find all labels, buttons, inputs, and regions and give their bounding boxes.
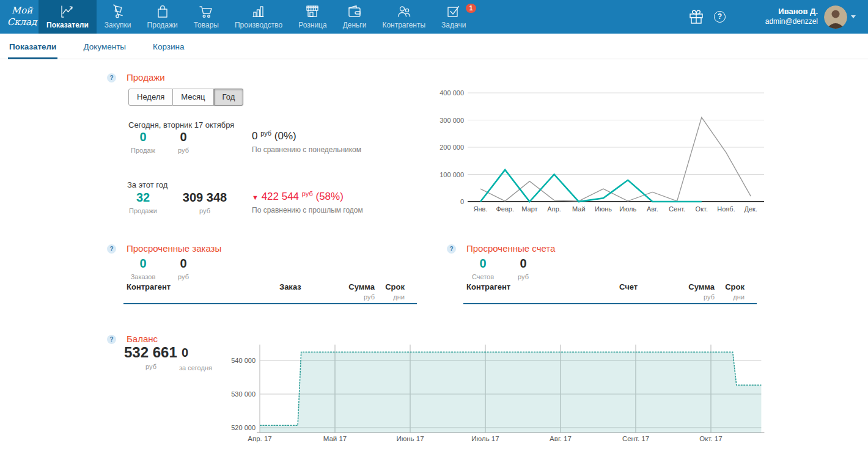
today-sales-amount: 0 руб <box>166 130 200 154</box>
year-delta-pct: (58%) <box>315 191 343 202</box>
overdue-invoices-amount-label: руб <box>506 273 540 280</box>
column-header: Суммаруб <box>348 282 375 301</box>
year-sales-amount-value: 309 348 <box>174 191 235 204</box>
tab-1[interactable]: Документы <box>82 34 127 59</box>
overdue-orders-amount-value: 0 <box>166 257 200 270</box>
balance-title: Баланс <box>127 334 158 344</box>
svg-text:Май: Май <box>572 205 586 213</box>
svg-text:540 000: 540 000 <box>231 357 256 364</box>
nav-item-label: Производство <box>235 21 282 29</box>
app-logo[interactable]: Мой Склад <box>5 5 39 28</box>
year-sales-count-value: 32 <box>127 191 159 204</box>
overdue-invoices-amount-value: 0 <box>506 257 540 270</box>
today-heading: Сегодня, вторник 17 октября <box>128 120 234 130</box>
nav-item-5[interactable]: Розница <box>290 0 334 34</box>
bag-icon <box>155 4 171 20</box>
svg-text:Июнь 17: Июнь 17 <box>396 435 424 442</box>
tasks-badge: 1 <box>466 4 477 13</box>
cart-icon <box>198 4 214 20</box>
svg-text:100 000: 100 000 <box>440 171 464 178</box>
year-sales-count: 32 Продажи <box>127 191 159 214</box>
nav-item-8[interactable]: Задачи1 <box>433 0 474 34</box>
store-icon <box>304 4 320 20</box>
svg-text:200 000: 200 000 <box>440 144 464 151</box>
svg-text:300 000: 300 000 <box>440 117 464 124</box>
user-email: admin@denzzel <box>765 16 818 26</box>
svg-text:Окт. 17: Окт. 17 <box>699 435 722 442</box>
today-delta-pct: (0%) <box>274 130 296 142</box>
overdue-orders-table: КонтрагентЗаказСуммарубСрокдни <box>123 282 417 304</box>
svg-text:Май 17: Май 17 <box>323 435 347 442</box>
moysklad-dashboard: Мой Склад ПоказателиЗакупкиПродажиТовары… <box>0 0 868 468</box>
today-delta: 0 руб (0%) По сравнению с понедельником <box>252 130 361 154</box>
today-sales-count-value: 0 <box>127 130 159 144</box>
tab-0[interactable]: Показатели <box>8 34 57 59</box>
balance-help-icon[interactable]: ? <box>107 335 116 344</box>
svg-text:Июнь: Июнь <box>595 205 612 213</box>
balance-amount-value: 532 661 <box>124 344 177 361</box>
nav-item-label: Деньги <box>343 21 367 29</box>
nav-item-label: Продажи <box>147 21 178 29</box>
balance-area-chart: Апр. 17Май 17Июнь 17Июль 17Авг. 17Сент. … <box>226 341 767 446</box>
today-sales-amount-label: руб <box>166 147 200 154</box>
column-header: Заказ <box>279 282 301 291</box>
top-navbar: Мой Склад ПоказателиЗакупкиПродажиТовары… <box>0 0 868 34</box>
nav-item-7[interactable]: Контрагенты <box>374 0 433 34</box>
sales-help-icon[interactable]: ? <box>107 73 116 82</box>
gift-icon[interactable] <box>688 9 704 27</box>
overdue-invoices-table: КонтрагентСчетСуммарубСрокдни <box>463 282 757 304</box>
nav-item-pokazateli[interactable]: Показатели <box>39 0 97 34</box>
year-delta-unit: руб <box>302 190 313 197</box>
period-button-0[interactable]: Неделя <box>128 89 173 106</box>
balance-today-value: 0 <box>182 346 188 360</box>
user-menu[interactable]: Иванов Д. admin@denzzel <box>765 6 818 26</box>
year-sales-count-label: Продажи <box>127 207 159 214</box>
overdue-invoices-count-label: Счетов <box>467 273 499 280</box>
period-button-1[interactable]: Месяц <box>173 89 213 106</box>
today-sales-amount-value: 0 <box>166 130 200 144</box>
overdue-orders-count-value: 0 <box>127 257 159 270</box>
svg-text:Янв.: Янв. <box>474 205 488 213</box>
svg-text:Сент.: Сент. <box>669 205 685 213</box>
nav-item-3[interactable]: Товары <box>186 0 227 34</box>
people-icon <box>396 4 412 20</box>
svg-text:Март: Март <box>521 205 537 213</box>
sales-section-title: Продажи <box>127 72 165 82</box>
nav-item-2[interactable]: Продажи <box>139 0 186 34</box>
column-header: Контрагент <box>466 282 510 291</box>
today-sales-count-label: Продаж <box>127 147 159 154</box>
nav-item-label: Показатели <box>46 21 89 29</box>
column-header: Суммаруб <box>688 282 715 301</box>
nav-item-4[interactable]: Производство <box>227 0 290 34</box>
svg-text:Апр.: Апр. <box>547 205 561 213</box>
nav-item-label: Закупки <box>105 21 131 29</box>
year-delta-value: 422 544 <box>262 191 299 202</box>
period-button-2[interactable]: Год <box>214 89 244 106</box>
today-delta-caption: По сравнению с понедельником <box>252 145 361 154</box>
today-delta-unit: руб <box>260 130 271 137</box>
svg-text:Июль: Июль <box>619 205 636 213</box>
table-header-rule <box>123 303 417 304</box>
svg-text:Нояб.: Нояб. <box>717 205 735 213</box>
logo-line1: Мой <box>5 5 39 16</box>
nav-item-1[interactable]: Закупки <box>97 0 139 34</box>
year-heading: За этот год <box>127 180 167 189</box>
overdue-invoices-help-icon[interactable]: ? <box>447 244 456 254</box>
svg-text:Окт.: Окт. <box>696 205 708 213</box>
overdue-orders-amount: 0 руб <box>166 257 200 280</box>
arrow-down-icon: ▼ <box>252 194 259 201</box>
avatar[interactable] <box>824 5 847 29</box>
tab-bar: ПоказателиДокументыКорзина <box>0 34 868 59</box>
tab-2[interactable]: Корзина <box>152 34 185 59</box>
nav-item-6[interactable]: Деньги <box>335 0 375 34</box>
overdue-orders-help-icon[interactable]: ? <box>107 244 116 254</box>
balance-amount-label: руб <box>124 363 178 370</box>
svg-text:Авг.: Авг. <box>647 205 658 213</box>
overdue-orders-title: Просроченные заказы <box>127 243 221 254</box>
column-header: Срокдни <box>385 282 405 301</box>
nav-item-label: Контрагенты <box>382 21 425 29</box>
svg-text:Февр.: Февр. <box>496 205 514 213</box>
bars-icon <box>251 4 267 20</box>
chevron-down-icon <box>851 15 856 18</box>
help-icon[interactable]: ? <box>714 11 726 23</box>
